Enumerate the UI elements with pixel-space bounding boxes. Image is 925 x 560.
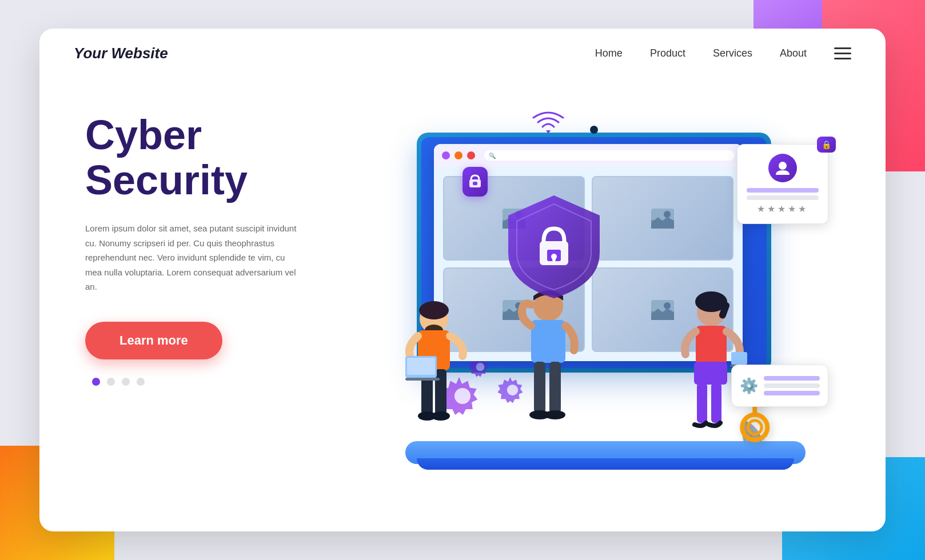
- shield-container: [503, 190, 605, 304]
- settings-line-2: [764, 383, 820, 388]
- svg-rect-39: [531, 320, 565, 363]
- password-dots: ★★★★★: [747, 203, 819, 214]
- hamburger-line-2: [834, 53, 851, 54]
- svg-rect-17: [473, 182, 477, 185]
- svg-rect-32: [435, 369, 446, 415]
- profile-card: 🔒 ★★★★★: [737, 144, 828, 224]
- svg-rect-48: [694, 362, 727, 385]
- svg-rect-15: [552, 257, 556, 261]
- svg-rect-47: [696, 326, 727, 365]
- browser-toolbar: 🔍: [434, 144, 743, 167]
- profile-bar-2: [747, 195, 819, 200]
- svg-point-43: [545, 410, 565, 419]
- nav-link-home[interactable]: Home: [595, 47, 623, 59]
- svg-rect-36: [407, 358, 435, 375]
- nav-links: Home Product Services About: [595, 47, 807, 59]
- site-logo[interactable]: Your Website: [74, 45, 168, 62]
- svg-point-28: [419, 301, 449, 319]
- nav-item-services[interactable]: Services: [713, 47, 752, 59]
- right-panel: 🔍: [360, 90, 851, 507]
- left-panel: Cyber Security Lorem ipsum dolor sit ame…: [85, 90, 360, 386]
- svg-rect-51: [731, 352, 747, 365]
- profile-bar-1: [747, 188, 819, 193]
- settings-card: ⚙️: [731, 365, 828, 407]
- navbar: Your Website Home Product Services About: [39, 29, 886, 78]
- lock-badge: [462, 167, 488, 197]
- settings-gear-icon: ⚙️: [740, 377, 758, 395]
- avatar: [768, 154, 797, 182]
- svg-rect-41: [549, 362, 561, 413]
- learn-more-button[interactable]: Learn more: [85, 322, 222, 359]
- settings-line-3: [764, 391, 820, 395]
- person-1: [405, 296, 480, 447]
- carousel-dots: [92, 378, 360, 386]
- settings-line-1: [764, 376, 820, 381]
- browser-image-2: [592, 176, 733, 261]
- person-2: [514, 285, 583, 447]
- svg-rect-50: [711, 383, 721, 423]
- svg-rect-37: [405, 378, 440, 381]
- svg-rect-40: [534, 362, 545, 413]
- content-area: Cyber Security Lorem ipsum dolor sit ame…: [39, 78, 886, 530]
- browser-dot-red: [467, 151, 475, 159]
- hero-description: Lorem ipsum dolor sit amet, sea putant s…: [85, 221, 302, 294]
- svg-point-34: [432, 411, 450, 421]
- nav-link-product[interactable]: Product: [650, 47, 685, 59]
- profile-lock-icon: 🔒: [817, 137, 836, 153]
- dot-2[interactable]: [107, 378, 115, 386]
- nav-item-product[interactable]: Product: [650, 47, 685, 59]
- dot-3[interactable]: [122, 378, 130, 386]
- settings-lines: [764, 373, 820, 398]
- svg-point-23: [748, 421, 761, 434]
- search-icon-small: 🔍: [489, 153, 496, 159]
- nav-item-home[interactable]: Home: [595, 47, 623, 59]
- laptop-camera: [590, 126, 598, 134]
- hero-title: Cyber Security: [85, 113, 360, 203]
- svg-rect-49: [697, 383, 707, 423]
- main-card: Your Website Home Product Services About: [39, 29, 886, 531]
- illustration: 🔍: [371, 98, 840, 498]
- svg-point-18: [779, 162, 787, 170]
- hamburger-line-3: [834, 58, 851, 59]
- wifi-icon: [531, 110, 565, 145]
- nav-link-about[interactable]: About: [780, 47, 807, 59]
- hamburger-menu[interactable]: [834, 47, 851, 59]
- nav-item-about[interactable]: About: [780, 47, 807, 59]
- nav-link-services[interactable]: Services: [713, 47, 752, 59]
- dot-4[interactable]: [137, 378, 145, 386]
- hamburger-line-1: [834, 47, 851, 49]
- browser-dot-orange: [454, 151, 462, 159]
- browser-dot-purple: [442, 151, 450, 159]
- dot-1[interactable]: [92, 378, 100, 386]
